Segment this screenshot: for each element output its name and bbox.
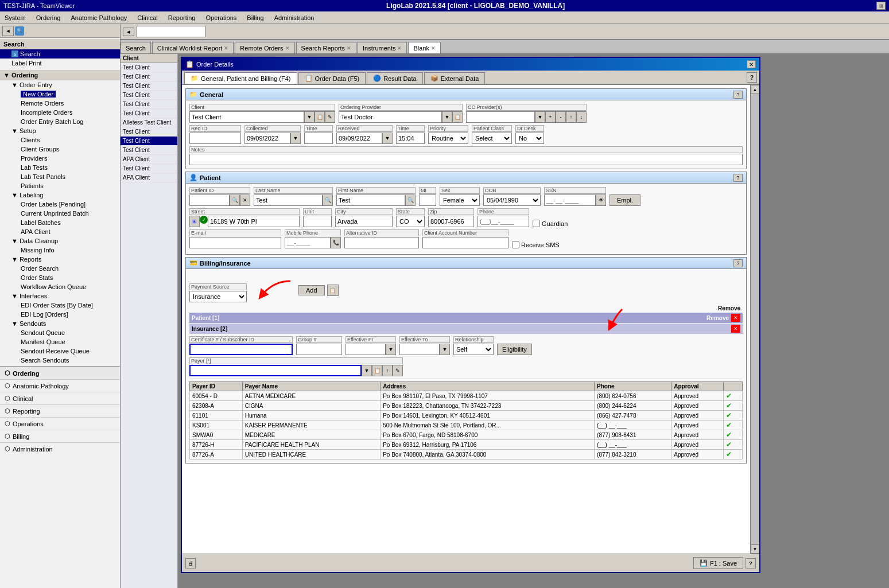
sidebar-item-incomplete-orders[interactable]: Incomplete Orders [0,108,120,117]
cc-add-btn[interactable]: + [545,111,556,123]
tab-search-reports[interactable]: Search Reports ✕ [296,42,356,53]
req-id-input[interactable] [189,133,241,144]
sidebar-item-order-search[interactable]: Order Search [0,264,120,273]
remove-patient-btn[interactable]: ✕ [731,314,740,322]
payer-dropdown-btn[interactable]: ▼ [362,365,372,376]
eff-to-calendar[interactable]: ▼ [440,344,450,355]
last-name-search[interactable]: 🔍 [323,194,333,206]
ordering-provider-search[interactable]: 📋 [452,111,463,123]
received-time-input[interactable] [396,133,425,144]
collected-calendar-btn[interactable]: ▼ [290,133,301,144]
unit-input[interactable] [303,216,332,227]
sidebar-item-lab-tests[interactable]: Lab Tests [0,163,120,172]
ssn-input[interactable] [544,194,596,206]
tab-close-search-reports[interactable]: ✕ [347,45,351,51]
table-row[interactable]: 87726-A UNITED HEALTHCARE Po Box 740800,… [190,450,743,460]
sidebar-item-sendout-queue[interactable]: Sendout Queue [0,328,120,337]
ordering-provider-input[interactable] [339,111,442,123]
table-row[interactable]: 61101 Humana Po Box 14601, Lexington, KY… [190,411,743,420]
sidebar-nav-back[interactable]: ◄ [2,26,14,36]
scroll-up-btn[interactable]: ▲ [751,85,759,94]
menu-item-anatomic[interactable]: Anatomic Pathology [66,13,131,22]
bottom-nav-operations[interactable]: ⬡ Operations [0,417,120,430]
menu-item-ordering[interactable]: Ordering [32,13,65,22]
client-dropdown-btn[interactable]: ▼ [304,111,315,123]
tab-close-blank[interactable]: ✕ [431,45,436,51]
dialog-tab-order-data[interactable]: 📋 Order Data (F5) [298,72,366,84]
collected-input[interactable] [244,133,290,144]
sidebar-item-order-stats[interactable]: Order Stats [0,273,120,282]
patient-help-btn[interactable]: ? [733,174,743,182]
email-input[interactable] [189,237,281,248]
sidebar-item-client-groups[interactable]: Client Groups [0,145,120,154]
client-account-input[interactable] [422,237,508,248]
received-input[interactable] [336,133,382,144]
sidebar-item-manifest[interactable]: Manifest Queue [0,337,120,346]
payment-source-select[interactable]: Insurance Self Pay Bill Client [189,291,247,302]
general-help-btn[interactable]: ? [733,91,743,99]
tab-instruments[interactable]: Instruments ✕ [358,42,407,53]
relationship-select[interactable]: Self Spouse Child Other [453,344,494,355]
sidebar-item-clients[interactable]: Clients [0,135,120,145]
mobile-phone-btn[interactable]: 📞 [331,237,341,248]
menu-item-admin[interactable]: Administration [270,13,319,22]
search-header[interactable]: Search [0,39,120,49]
sidebar-item-interfaces[interactable]: ▼ Interfaces [0,291,120,301]
alt-id-input[interactable] [344,237,419,248]
dialog-tab-result[interactable]: 🔵 Result Data [367,72,422,84]
sidebar-item-search[interactable]: S Search [0,49,120,59]
sidebar-item-missing-info[interactable]: Missing Info [0,246,120,255]
patient-class-select[interactable]: Select Inpatient Outpatient [472,133,512,144]
dialog-close-btn[interactable]: ✕ [747,60,756,68]
menu-item-reporting[interactable]: Reporting [164,13,200,22]
client-list-item[interactable]: Test Client [121,100,177,109]
sidebar-item-patients[interactable]: Patients [0,181,120,190]
toolbar-nav-btn[interactable]: ◄ [123,28,134,36]
table-row[interactable]: SMWA0 MEDICARE Po Box 6700, Fargo, ND 58… [190,430,743,440]
menu-item-billing[interactable]: Billing [242,13,268,22]
ordering-provider-dropdown[interactable]: ▼ [442,111,452,123]
bottom-nav-admin[interactable]: ⬡ Administration [0,442,120,455]
client-list-item[interactable]: Test Client [121,127,177,137]
client-list-item[interactable]: Test Client [121,146,177,155]
table-row[interactable]: 60054 - D AETNA MEDICARE Po Box 981107, … [190,391,743,401]
first-name-clear[interactable]: 🔍 [405,194,416,206]
eff-fr-calendar[interactable]: ▼ [386,344,396,355]
table-row[interactable]: 87726-H PACIFICARE HEALTH PLAN Po Box 69… [190,440,743,450]
menu-item-system[interactable]: System [0,13,30,22]
tab-search[interactable]: Search [121,42,151,53]
patient-id-search[interactable]: 🔍 [230,194,240,206]
client-list-item[interactable]: APA Client [121,173,177,182]
sidebar-item-remote-orders[interactable]: Remote Orders [0,99,120,108]
tab-remote-orders[interactable]: Remote Orders ✕ [235,42,294,53]
dr-desk-select[interactable]: No Yes [515,133,544,144]
client-list-item[interactable]: Test Client [121,72,177,81]
collected-time-input[interactable] [304,133,333,144]
client-list-item[interactable]: Test Client [121,81,177,91]
maximize-btn[interactable]: ⊞ [876,2,886,10]
sidebar-item-edi-log[interactable]: EDI Log [Orders] [0,310,120,319]
tab-close-instruments[interactable]: ✕ [397,45,402,51]
cc-providers-input[interactable] [466,111,535,123]
sidebar-item-apa-client[interactable]: APA Client [0,227,120,236]
tab-close-clinical[interactable]: ✕ [224,45,228,51]
sidebar-item-label-batches[interactable]: Label Batches [0,218,120,227]
phone-input[interactable] [478,216,529,227]
payer-up-btn[interactable]: ↑ [382,365,393,376]
patient-id-clear[interactable]: ✕ [240,194,250,206]
sidebar-item-lab-test-panels[interactable]: Lab Test Panels [0,172,120,181]
client-list-item[interactable]: Test Client [121,164,177,173]
client-list-item[interactable]: Test Client [121,91,177,100]
dialog-tab-external[interactable]: 📦 External Data [424,72,486,84]
eff-to-input[interactable] [399,344,440,355]
sidebar-item-data-cleanup[interactable]: ▼ Data Cleanup [0,236,120,246]
sex-select[interactable]: Female Male Unknown [440,194,480,206]
sidebar-item-new-order[interactable]: New Order [0,89,120,99]
sidebar-item-label-print[interactable]: Label Print [0,59,120,68]
bottom-nav-billing[interactable]: ⬡ Billing [0,430,120,442]
group-input[interactable] [296,344,342,355]
scroll-track[interactable] [751,94,759,544]
sidebar-item-order-entry[interactable]: ▼ Order Entry [0,80,120,89]
sidebar-item-search-sendouts[interactable]: Search Sendouts [0,356,120,365]
last-name-input[interactable] [254,194,323,206]
